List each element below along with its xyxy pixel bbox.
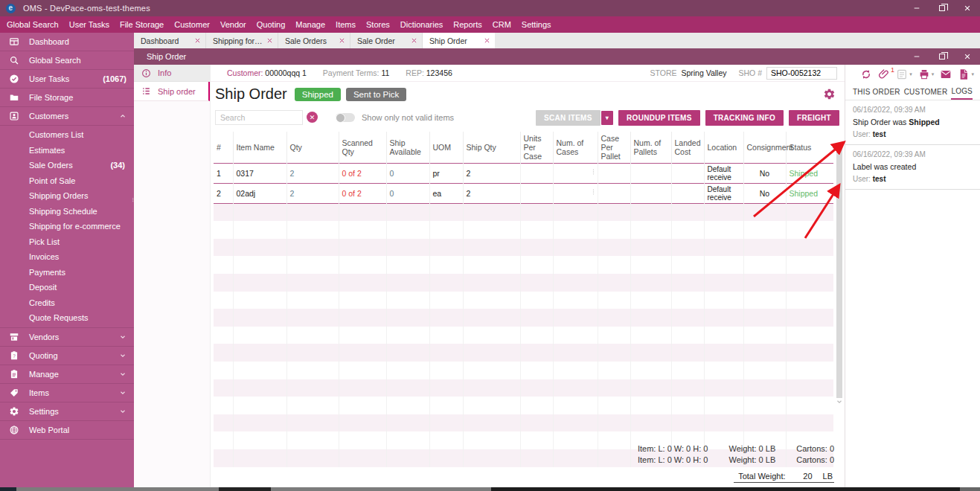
sidebar-item-shipping-schedule[interactable]: Shipping Schedule bbox=[0, 204, 134, 219]
mail-icon[interactable] bbox=[940, 68, 952, 80]
table-row[interactable]: 1 0317 2 0 of 2 0 pr 2 bbox=[214, 164, 833, 184]
sidebar-item-shipping-for-ecommerce[interactable]: Shipping for e-commerce bbox=[0, 219, 134, 234]
menu-item-vendor[interactable]: Vendor bbox=[215, 20, 252, 29]
tab-this-order[interactable]: THIS ORDER bbox=[853, 84, 900, 100]
sidebar-item-dashboard[interactable]: Dashboard bbox=[0, 33, 134, 51]
sidebar-item-web-portal[interactable]: Web Portal bbox=[0, 421, 134, 440]
menu-item-quoting[interactable]: Quoting bbox=[252, 20, 291, 29]
close-button[interactable] bbox=[955, 0, 980, 16]
sidebar-item-manage[interactable]: Manage bbox=[0, 365, 134, 384]
sidebar-item-global-search[interactable]: Global Search bbox=[0, 51, 134, 70]
toggle-knob bbox=[336, 113, 345, 123]
menu-item-reports[interactable]: Reports bbox=[448, 20, 487, 29]
scan-items-button[interactable]: SCAN ITEMS bbox=[536, 110, 601, 126]
tab-sale-order[interactable]: Sale Order bbox=[350, 33, 423, 48]
inner-minimize-button[interactable] bbox=[904, 48, 929, 65]
search-input[interactable] bbox=[215, 110, 303, 125]
sidebar-item-quote-requests[interactable]: Quote Requests bbox=[0, 310, 134, 326]
total-weight-value[interactable]: 20 bbox=[796, 472, 813, 481]
sidebar-item-vendors[interactable]: Vendors bbox=[0, 328, 134, 347]
menu-item-crm[interactable]: CRM bbox=[487, 20, 516, 29]
store-value[interactable]: Spring Valley bbox=[681, 68, 726, 77]
inner-close-button[interactable] bbox=[955, 48, 980, 65]
menu-item-settings[interactable]: Settings bbox=[516, 20, 557, 29]
sidebar-item-settings[interactable]: Settings bbox=[0, 402, 134, 421]
tab-ship-order[interactable]: Ship Order bbox=[423, 33, 495, 48]
empty-row bbox=[214, 431, 833, 449]
subnav-item-ship-order[interactable]: Ship order bbox=[134, 82, 210, 101]
empty-row bbox=[214, 379, 833, 397]
tab-close-icon[interactable] bbox=[266, 37, 273, 44]
tab-close-icon[interactable] bbox=[411, 37, 417, 44]
search-icon bbox=[9, 55, 19, 65]
tab-dashboard[interactable]: Dashboard bbox=[134, 33, 206, 48]
log-message-bold: Shipped bbox=[909, 118, 939, 126]
menu-item-items[interactable]: Items bbox=[330, 20, 361, 29]
sidebar-item-customers[interactable]: Customers bbox=[0, 107, 134, 126]
refresh-icon[interactable] bbox=[860, 68, 872, 80]
tab-label: Dashboard bbox=[141, 36, 191, 45]
sidebar-item-shipping-orders[interactable]: Shipping Orders bbox=[0, 188, 134, 204]
document-dropdown[interactable]: ▾ bbox=[958, 68, 974, 80]
roundup-items-button[interactable]: ROUNDUP ITEMS bbox=[618, 110, 700, 126]
cell-ship-qty[interactable]: 2 bbox=[463, 184, 520, 204]
total-weight-label: Total Weight: bbox=[738, 472, 785, 481]
log-user-value: test bbox=[873, 175, 886, 183]
sidebar-item-customers-list[interactable]: Customers List bbox=[0, 127, 134, 143]
print-dropdown[interactable]: ▾ bbox=[918, 68, 935, 80]
menu-item-customer[interactable]: Customer bbox=[169, 20, 215, 29]
settings-gear-icon[interactable] bbox=[823, 88, 836, 100]
search-clear-button[interactable]: ✕ bbox=[307, 112, 318, 123]
sidebar-item-sale-orders[interactable]: Sale Orders(34) bbox=[0, 158, 134, 173]
tab-close-icon[interactable] bbox=[339, 37, 345, 44]
sidebar-item-deposit[interactable]: Deposit bbox=[0, 280, 134, 295]
scan-items-dropdown-button[interactable]: ▾ bbox=[601, 111, 613, 125]
tab-logs[interactable]: LOGS bbox=[951, 84, 973, 100]
payment-terms-info: Payment Terms: 11 bbox=[323, 68, 390, 77]
tab-close-icon[interactable] bbox=[484, 37, 490, 44]
subnav-item-info[interactable]: Info bbox=[134, 65, 210, 82]
sidebar-item-invoices[interactable]: Invoices bbox=[0, 249, 134, 265]
sidebar-item-point-of-sale[interactable]: Point of Sale bbox=[0, 173, 134, 189]
sidebar-item-payments[interactable]: Payments bbox=[0, 265, 134, 280]
menu-item-manage[interactable]: Manage bbox=[290, 20, 330, 29]
menu-item-file-storage[interactable]: File Storage bbox=[115, 20, 169, 29]
customer-value[interactable]: 00000qqq 1 bbox=[265, 68, 306, 77]
tab-customer[interactable]: CUSTOMER bbox=[904, 84, 948, 100]
minimize-button[interactable] bbox=[904, 0, 929, 16]
menu-item-global-search[interactable]: Global Search bbox=[1, 20, 64, 29]
tracking-info-button[interactable]: TRACKING INFO bbox=[705, 110, 784, 126]
cell-scanned-qty: 0 of 2 bbox=[339, 164, 386, 184]
menu-item-stores[interactable]: Stores bbox=[361, 20, 395, 29]
table-row[interactable]: 2 02adj 2 0 of 2 0 ea 2 bbox=[214, 184, 833, 204]
sidebar-item-quoting[interactable]: Quoting bbox=[0, 347, 134, 365]
sidebar-item-pick-list[interactable]: Pick List bbox=[0, 234, 134, 250]
tab-close-icon[interactable] bbox=[194, 37, 201, 44]
restore-button[interactable] bbox=[929, 0, 955, 16]
sidebar-item-credits[interactable]: Credits bbox=[0, 295, 134, 311]
log-entry: 06/16/2022, 09:39 AM Ship Order was Ship… bbox=[845, 100, 980, 145]
row-drag-handle-icon[interactable] bbox=[590, 187, 597, 197]
sidebar-item-file-storage[interactable]: File Storage bbox=[0, 89, 134, 107]
tab-sale-orders[interactable]: Sale Orders bbox=[278, 33, 350, 48]
valid-items-toggle[interactable] bbox=[336, 113, 355, 122]
row-drag-handle-icon[interactable] bbox=[590, 167, 597, 177]
freight-button[interactable]: FREIGHT bbox=[789, 110, 839, 126]
menu-item-user-tasks[interactable]: User Tasks bbox=[64, 20, 115, 29]
scroll-down-icon[interactable] bbox=[836, 398, 843, 405]
checklist-dropdown[interactable]: ▾ bbox=[896, 68, 912, 80]
sho-number-input[interactable] bbox=[766, 67, 837, 80]
vertical-scrollbar[interactable] bbox=[836, 150, 842, 398]
tab-shipping-for-ecommerce[interactable]: Shipping for e-com... bbox=[206, 33, 278, 48]
sidebar-item-items[interactable]: Items bbox=[0, 384, 134, 402]
sidebar-item-estimates[interactable]: Estimates bbox=[0, 143, 134, 158]
close-icon bbox=[964, 53, 971, 60]
sidebar-item-label: Dashboard bbox=[29, 37, 69, 46]
cell-ship-qty[interactable]: 2 bbox=[463, 164, 520, 184]
sidebar-item-user-tasks[interactable]: User Tasks (1067) bbox=[0, 70, 134, 89]
paperclip-icon[interactable]: 1 bbox=[878, 68, 890, 80]
menu-item-dictionaries[interactable]: Dictionaries bbox=[395, 20, 448, 29]
chevron-down-icon bbox=[119, 408, 126, 415]
sidebar-splitter-handle[interactable]: ⁝ bbox=[132, 198, 134, 201]
inner-restore-button[interactable] bbox=[929, 48, 955, 65]
